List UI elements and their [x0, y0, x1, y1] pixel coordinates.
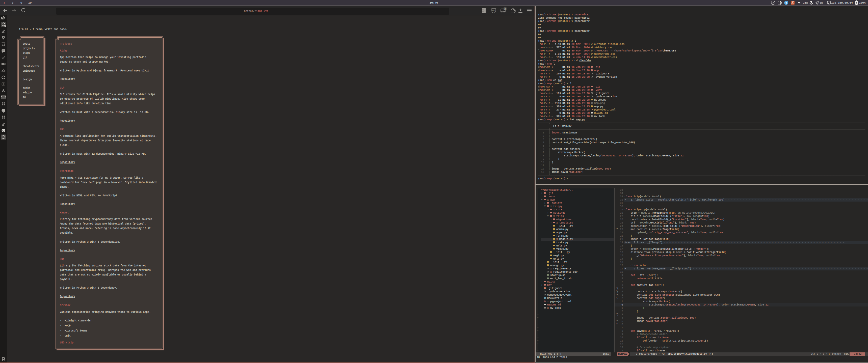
svg-text:2: 2 [504, 8, 505, 10]
svg-text:UD: UD [492, 9, 495, 12]
